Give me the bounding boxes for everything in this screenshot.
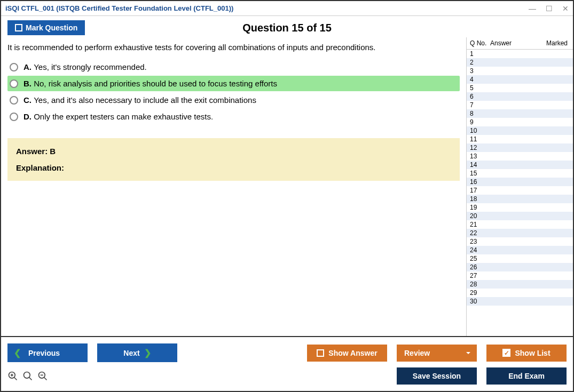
- list-item[interactable]: 28: [467, 280, 573, 289]
- titlebar: iSQI CTFL_001 (ISTQB Certified Tester Fo…: [1, 1, 573, 16]
- list-item[interactable]: 2: [467, 58, 573, 67]
- window-title: iSQI CTFL_001 (ISTQB Certified Tester Fo…: [5, 4, 233, 12]
- zoom-out-icon[interactable]: [37, 371, 48, 381]
- explanation-label: Explanation:: [16, 163, 451, 172]
- check-icon: ✓: [502, 349, 510, 357]
- list-item[interactable]: 30: [467, 297, 573, 306]
- col-marked: Marked: [529, 39, 570, 47]
- sidebar-header: Q No. Answer Marked: [467, 37, 573, 50]
- options-list: A. Yes, it's strongly recommended.B. No,…: [7, 59, 460, 125]
- end-exam-label: End Exam: [508, 372, 545, 380]
- list-item[interactable]: 29: [467, 289, 573, 297]
- list-item[interactable]: 19: [467, 203, 573, 212]
- question-list-sidebar: Q No. Answer Marked 12345678910111213141…: [466, 37, 573, 336]
- radio-icon[interactable]: [10, 113, 18, 121]
- svg-point-4: [24, 372, 30, 379]
- answer-label: Answer: B: [16, 147, 451, 156]
- list-item[interactable]: 7: [467, 101, 573, 109]
- list-item[interactable]: 27: [467, 271, 573, 280]
- radio-icon[interactable]: [10, 63, 18, 71]
- next-label: Next: [123, 349, 139, 357]
- list-item[interactable]: 9: [467, 118, 573, 126]
- previous-button[interactable]: ❮ Previous: [7, 343, 88, 362]
- option-row[interactable]: A. Yes, it's strongly recommended.: [7, 59, 460, 75]
- list-item[interactable]: 6: [467, 92, 573, 101]
- list-item[interactable]: 16: [467, 178, 573, 186]
- review-label: Review: [404, 349, 430, 357]
- list-item[interactable]: 3: [467, 67, 573, 75]
- list-item[interactable]: 23: [467, 237, 573, 246]
- minimize-icon[interactable]: —: [529, 4, 536, 13]
- header: Mark Question Question 15 of 15: [1, 16, 573, 37]
- list-item[interactable]: 14: [467, 161, 573, 169]
- show-answer-label: Show Answer: [328, 349, 377, 357]
- option-label: C. Yes, and it's also necessary to inclu…: [23, 95, 256, 105]
- chevron-left-icon: ❮: [14, 348, 21, 358]
- list-item[interactable]: 8: [467, 109, 573, 118]
- list-item[interactable]: 13: [467, 152, 573, 161]
- question-text: It is recommended to perform exhaustive …: [7, 43, 460, 52]
- mark-question-label: Mark Question: [26, 23, 77, 32]
- list-item[interactable]: 18: [467, 195, 573, 203]
- col-qno: Q No.: [470, 39, 490, 47]
- zoom-in-icon[interactable]: [7, 371, 18, 381]
- radio-icon[interactable]: [10, 96, 18, 105]
- list-item[interactable]: 17: [467, 186, 573, 195]
- show-answer-button[interactable]: Show Answer: [307, 345, 387, 362]
- close-icon[interactable]: ✕: [562, 4, 569, 13]
- zoom-reset-icon[interactable]: [22, 371, 33, 381]
- question-counter: Question 15 of 15: [242, 22, 332, 34]
- bottom-bar: ❮ Previous Next ❯ Show Answer Review ✓: [1, 336, 573, 391]
- chevron-right-icon: ❯: [144, 348, 151, 358]
- checkbox-icon: [317, 349, 324, 357]
- list-item[interactable]: 21: [467, 220, 573, 229]
- save-session-label: Save Session: [413, 372, 461, 380]
- list-item[interactable]: 1: [467, 50, 573, 58]
- review-button[interactable]: Review: [397, 345, 477, 362]
- option-label: B. No, risk analysis and priorities shou…: [23, 79, 277, 88]
- svg-line-1: [14, 378, 17, 380]
- option-row[interactable]: D. Only the expert testers can make exha…: [7, 109, 460, 124]
- list-item[interactable]: 15: [467, 169, 573, 178]
- option-row[interactable]: C. Yes, and it's also necessary to inclu…: [7, 92, 460, 108]
- option-label: D. Only the expert testers can make exha…: [23, 112, 213, 121]
- checkbox-icon: [15, 24, 22, 31]
- maximize-icon[interactable]: ☐: [546, 4, 553, 13]
- list-item[interactable]: 5: [467, 84, 573, 92]
- list-item[interactable]: 24: [467, 246, 573, 254]
- list-item[interactable]: 22: [467, 229, 573, 237]
- zoom-controls: [7, 371, 48, 381]
- list-item[interactable]: 12: [467, 143, 573, 152]
- list-item[interactable]: 26: [467, 263, 573, 271]
- save-session-button[interactable]: Save Session: [397, 367, 477, 385]
- col-answer: Answer: [490, 39, 529, 47]
- option-label: A. Yes, it's strongly recommended.: [23, 62, 147, 71]
- mark-question-button[interactable]: Mark Question: [7, 20, 85, 35]
- list-item[interactable]: 20: [467, 212, 573, 220]
- previous-label: Previous: [28, 349, 60, 357]
- show-list-button[interactable]: ✓ Show List: [486, 345, 567, 362]
- svg-line-5: [29, 378, 32, 380]
- end-exam-button[interactable]: End Exam: [486, 367, 567, 385]
- list-item[interactable]: 11: [467, 135, 573, 143]
- radio-icon[interactable]: [10, 79, 18, 88]
- question-area: It is recommended to perform exhaustive …: [1, 37, 466, 336]
- question-list[interactable]: 1234567891011121314151617181920212223242…: [467, 50, 573, 336]
- answer-panel: Answer: B Explanation:: [7, 138, 460, 181]
- next-button[interactable]: Next ❯: [97, 343, 177, 362]
- option-row[interactable]: B. No, risk analysis and priorities shou…: [7, 76, 460, 91]
- list-item[interactable]: 4: [467, 75, 573, 84]
- list-item[interactable]: 10: [467, 126, 573, 135]
- show-list-label: Show List: [515, 349, 550, 357]
- list-item[interactable]: 25: [467, 254, 573, 263]
- svg-line-7: [44, 378, 47, 380]
